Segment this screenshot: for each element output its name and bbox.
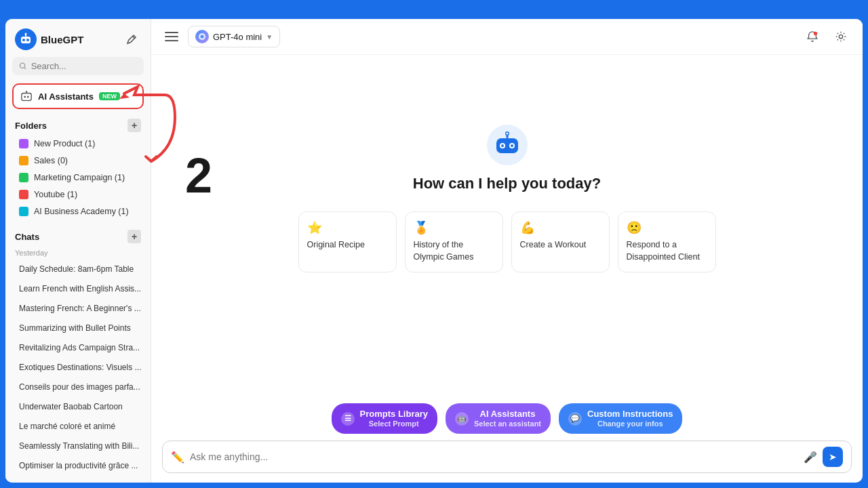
notifications-button[interactable] — [802, 26, 823, 47]
folder-item[interactable]: New Product (1) — [9, 136, 146, 152]
folder-dot — [19, 139, 28, 148]
chat-item[interactable]: Optimiser la productivité grâce ... — [9, 455, 146, 474]
suggestion-cards: ⭐ Original Recipe 🏅 History of the Olymp… — [298, 211, 716, 272]
chat-item-text: Revitalizing Ads Campaign Stra... — [19, 343, 140, 352]
chat-item-text: Summarizing with Bullet Points — [19, 323, 131, 333]
suggestion-card[interactable]: 💪 Create a Workout — [511, 211, 610, 272]
folders-add-button[interactable]: + — [127, 119, 141, 132]
folders-list: New Product (1) Sales (0) Marketing Camp… — [5, 135, 151, 220]
svg-point-3 — [26, 39, 29, 41]
chat-item[interactable]: Learn French with English Assis... — [9, 279, 146, 298]
input-pencil-icon: ✏️ — [171, 451, 184, 464]
chat-item-text: Underwater Baobab Cartoon — [19, 402, 123, 411]
chat-item-text: Learn French with English Assis... — [19, 284, 141, 293]
chat-item[interactable]: Le marché coloré et animé — [9, 416, 146, 435]
chats-section-header: Chats + — [5, 226, 151, 246]
card-text: Original Recipe — [307, 239, 388, 251]
welcome-text: How can I help you today? — [413, 175, 601, 192]
ai-assistants-button[interactable]: AI Assistants New — [12, 83, 144, 109]
chat-item[interactable]: Underwater Baobab Cartoon — [9, 396, 146, 415]
folder-dot — [19, 207, 28, 216]
top-bar-right — [802, 26, 852, 47]
svg-point-10 — [26, 91, 27, 92]
bottom-bar: ☰ Prompts Library Select Prompt 🤖 AI Ass… — [151, 396, 863, 483]
folder-item[interactable]: Youtube (1) — [9, 186, 146, 203]
chat-item[interactable]: Revitalizing Ads Campaign Stra... — [9, 338, 146, 357]
model-selector[interactable]: GPT-4o mini ▼ — [188, 26, 280, 47]
chat-input[interactable] — [190, 451, 798, 462]
model-icon — [195, 30, 209, 43]
input-bar[interactable]: ✏️ 🎤 ➤ — [162, 441, 852, 473]
main-content: GPT-4o mini ▼ — [151, 19, 863, 483]
svg-point-6 — [20, 63, 24, 68]
svg-point-8 — [24, 96, 26, 98]
chats-title: Chats — [15, 232, 39, 242]
folder-item[interactable]: Sales (0) — [9, 152, 146, 169]
menu-icon[interactable] — [162, 27, 181, 46]
chats-add-button[interactable]: + — [127, 230, 141, 243]
action-pill-icon: ☰ — [341, 412, 355, 426]
logo-icon — [15, 28, 37, 50]
folders-section-header: Folders + — [5, 115, 151, 135]
search-input[interactable] — [31, 61, 137, 71]
card-icon: 💪 — [520, 220, 601, 235]
action-pill-ai-assistants[interactable]: 🤖 AI Assistants Select an assistant — [446, 403, 551, 434]
model-name: GPT-4o mini — [213, 32, 262, 42]
action-pill-label: Custom Instructions — [587, 409, 673, 420]
card-icon: 🏅 — [414, 220, 494, 235]
mic-button[interactable]: 🎤 — [804, 451, 817, 464]
chat-item[interactable]: Exotiques Destinations: Visuels ... — [9, 357, 146, 376]
folder-dot — [19, 173, 28, 182]
top-bar-left: GPT-4o mini ▼ — [162, 26, 280, 47]
chat-item-text: Conseils pour des images parfa... — [19, 382, 140, 392]
action-pill-icon: 💬 — [568, 412, 582, 426]
chat-item[interactable]: Summarizing with Bullet Points — [9, 318, 146, 337]
suggestion-card[interactable]: 🏅 History of the Olympic Games — [405, 211, 503, 272]
chats-list: Daily Schedule: 8am-6pm TableLearn Frenc… — [5, 259, 151, 474]
ai-assistants-icon — [20, 90, 33, 102]
chat-item-text: Seamlessly Translating with Bili... — [19, 441, 139, 451]
svg-rect-7 — [22, 94, 31, 101]
search-bar[interactable] — [12, 57, 144, 75]
action-pill-icon: 🤖 — [455, 412, 469, 426]
top-bar: GPT-4o mini ▼ — [151, 19, 863, 55]
send-button[interactable]: ➤ — [823, 447, 843, 467]
svg-point-14 — [839, 35, 842, 38]
folder-dot — [19, 190, 28, 199]
folder-item[interactable]: AI Business Academy (1) — [9, 203, 146, 220]
chat-item[interactable]: Seamlessly Translating with Bili... — [9, 436, 146, 455]
new-chat-icon[interactable] — [122, 30, 141, 49]
suggestion-card[interactable]: 🙁 Respond to a Disappointed Client — [618, 211, 716, 272]
chat-item-text: Exotiques Destinations: Visuels ... — [19, 363, 142, 372]
action-pill-sublabel: Change your infos — [587, 420, 673, 428]
action-pill-sublabel: Select an assistant — [474, 420, 541, 428]
card-text: Create a Workout — [520, 239, 601, 251]
settings-button[interactable] — [830, 26, 852, 47]
bot-avatar — [487, 125, 528, 165]
folder-name: Sales (0) — [34, 156, 68, 165]
action-pill-label: AI Assistants — [474, 409, 541, 420]
action-pill-prompts-library[interactable]: ☰ Prompts Library Select Prompt — [332, 403, 437, 434]
svg-point-9 — [27, 96, 29, 98]
action-pill-custom-instructions[interactable]: 💬 Custom Instructions Change your infos — [559, 403, 682, 434]
folder-name: Marketing Campaign (1) — [34, 173, 125, 182]
chat-item-text: Daily Schedule: 8am-6pm Table — [19, 264, 134, 274]
folder-item[interactable]: Marketing Campaign (1) — [9, 169, 146, 186]
suggestion-card[interactable]: ⭐ Original Recipe — [298, 211, 397, 272]
bottom-actions: ☰ Prompts Library Select Prompt 🤖 AI Ass… — [162, 403, 852, 434]
svg-point-20 — [511, 144, 513, 147]
chat-item-text: Mastering French: A Beginner's ... — [19, 304, 141, 313]
svg-point-19 — [501, 144, 504, 147]
logo-text: BlueGPT — [41, 34, 83, 45]
folder-name: Youtube (1) — [34, 190, 77, 199]
folder-name: AI Business Academy (1) — [34, 207, 129, 216]
sidebar: BlueGPT — [5, 19, 151, 483]
ai-assistants-label: AI Assistants — [38, 92, 94, 102]
folder-dot — [19, 156, 28, 165]
chats-section: Chats + Yesterday Daily Schedule: 8am-6p… — [5, 226, 151, 475]
chat-item-text: Le marché coloré et animé — [19, 422, 115, 431]
chat-item[interactable]: Daily Schedule: 8am-6pm Table — [9, 259, 146, 278]
chat-item[interactable]: Conseils pour des images parfa... — [9, 377, 146, 396]
chat-item[interactable]: Mastering French: A Beginner's ... — [9, 298, 146, 317]
center-content: How can I help you today? ⭐ Original Rec… — [151, 55, 863, 396]
